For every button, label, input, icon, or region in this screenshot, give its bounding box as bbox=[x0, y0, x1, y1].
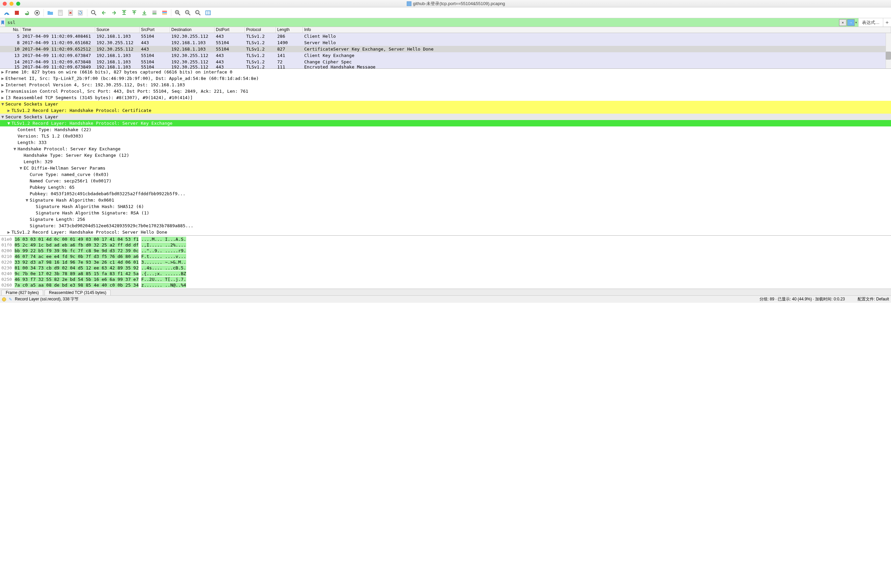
packet-row[interactable]: 52017-04-09 11:02:09.408461192.168.1.103… bbox=[0, 33, 891, 39]
capture-options-button[interactable] bbox=[32, 8, 42, 17]
dropdown-icon[interactable]: ▾ bbox=[855, 21, 857, 24]
titlebar: github-未登录(tcp.port==55104&55109).pcapng bbox=[0, 0, 891, 8]
tree-content-type[interactable]: Content Type: Handshake (22) bbox=[18, 127, 92, 132]
stop-capture-button[interactable] bbox=[12, 8, 22, 17]
svg-line-24 bbox=[189, 14, 190, 15]
tree-tcp[interactable]: Transmission Control Protocol, Src Port:… bbox=[5, 88, 248, 94]
go-back-button[interactable] bbox=[99, 8, 109, 17]
packet-row[interactable]: 142017-04-09 11:02:09.673848192.168.1.10… bbox=[0, 58, 891, 65]
hex-row[interactable]: 01f0 05 2c 49 1c bd ad eb a6 fb d0 32 25… bbox=[2, 242, 890, 248]
svg-text:1: 1 bbox=[196, 11, 198, 14]
tree-reasm[interactable]: [3 Reassembled TCP Segments (3145 bytes)… bbox=[5, 95, 193, 100]
tree-record-cert[interactable]: TLSv1.2 Record Layer: Handshake Protocol… bbox=[12, 108, 152, 113]
close-file-button[interactable] bbox=[66, 8, 75, 17]
svg-rect-16 bbox=[162, 11, 167, 12]
expression-button[interactable]: 表达式… bbox=[858, 18, 883, 27]
edit-icon[interactable]: ✎ bbox=[9, 297, 12, 302]
auto-scroll-button[interactable] bbox=[150, 8, 159, 17]
tree-eth[interactable]: Ethernet II, Src: Tp-LinkT_2b:9f:00 (bc:… bbox=[5, 76, 259, 81]
hex-row[interactable]: 0240 9c 7b 0e 17 02 3b 78 89 a8 85 15 fa… bbox=[2, 271, 890, 276]
status-profile[interactable]: 配置文件: Default bbox=[858, 296, 889, 302]
packet-row[interactable]: 102017-04-09 11:02:09.652512192.30.255.1… bbox=[0, 46, 891, 52]
add-filter-button[interactable]: + bbox=[883, 18, 891, 27]
hex-row[interactable]: 0260 7a c0 a5 aa 08 de bd e3 98 85 4e 40… bbox=[2, 282, 890, 288]
tab-reassembled[interactable]: Reassembled TCP (3145 bytes) bbox=[45, 290, 111, 296]
reload-file-button[interactable] bbox=[76, 8, 86, 17]
col-dstport[interactable]: DstPort bbox=[214, 27, 245, 33]
svg-rect-5 bbox=[59, 12, 62, 12]
tree-ecdh[interactable]: EC Diffie-Hellman Server Params bbox=[24, 165, 105, 171]
resize-columns-button[interactable] bbox=[203, 8, 213, 17]
apply-filter-button[interactable]: → bbox=[847, 19, 855, 26]
tree-curve-type[interactable]: Curve Type: named_curve (0x03) bbox=[30, 172, 109, 177]
svg-rect-29 bbox=[206, 11, 210, 15]
tree-hs-proto[interactable]: Handshake Protocol: Server Key Exchange bbox=[18, 146, 120, 152]
tree-ip[interactable]: Internet Protocol Version 4, Src: 192.30… bbox=[5, 82, 185, 87]
tree-sig-len[interactable]: Signature Length: 256 bbox=[30, 217, 85, 222]
jump-to-packet-button[interactable] bbox=[119, 8, 129, 17]
hex-row[interactable]: 0200 bb 99 22 b5 f9 39 9b fc 7f c8 9e 9d… bbox=[2, 248, 890, 254]
col-dst[interactable]: Destination bbox=[170, 27, 214, 33]
col-no[interactable]: No. bbox=[0, 27, 21, 33]
col-srcport[interactable]: SrcPort bbox=[140, 27, 170, 33]
hex-row[interactable]: 0230 01 00 34 73 cb d9 02 04 d5 12 ee 63… bbox=[2, 265, 890, 271]
col-src[interactable]: Source bbox=[95, 27, 140, 33]
hex-row[interactable]: 0210 46 07 74 ac ee e4 fd 9c 0b 7f d3 f5… bbox=[2, 254, 890, 259]
save-file-button[interactable] bbox=[56, 8, 65, 17]
tree-record-ske[interactable]: TLSv1.2 Record Layer: Handshake Protocol… bbox=[12, 121, 172, 126]
zoom-in-button[interactable] bbox=[173, 8, 183, 17]
display-filter-input[interactable] bbox=[5, 18, 838, 27]
hex-row[interactable]: 0250 46 93 f7 32 55 82 2e bd 54 5b 16 e6… bbox=[2, 276, 890, 282]
hex-row[interactable]: 01e0 16 03 03 01 4d 0c 00 01 49 03 00 17… bbox=[2, 236, 890, 242]
packet-list[interactable]: 52017-04-09 11:02:09.408461192.168.1.103… bbox=[0, 33, 891, 69]
svg-point-8 bbox=[92, 10, 95, 14]
svg-line-27 bbox=[199, 14, 200, 15]
tree-named-curve[interactable]: Named Curve: secp256r1 (0x0017) bbox=[30, 178, 112, 183]
tree-hs-type[interactable]: Handshake Type: Server Key Exchange (12) bbox=[24, 153, 129, 158]
status-field: Record Layer (ssl.record), 338 字节 bbox=[15, 296, 79, 302]
bookmark-icon[interactable] bbox=[0, 18, 5, 27]
close-window-button[interactable] bbox=[3, 2, 7, 6]
tree-version[interactable]: Version: TLS 1.2 (0x0303) bbox=[18, 134, 84, 139]
restart-capture-button[interactable] bbox=[22, 8, 32, 17]
packet-row[interactable]: 132017-04-09 11:02:09.673847192.168.1.10… bbox=[0, 52, 891, 58]
expert-info-icon[interactable] bbox=[2, 297, 6, 302]
hex-row[interactable]: 0220 33 92 d3 a7 98 16 1d 96 7e 93 3e 26… bbox=[2, 259, 890, 265]
tree-hs-len[interactable]: Length: 329 bbox=[24, 159, 52, 164]
svg-rect-0 bbox=[15, 11, 19, 15]
packet-row[interactable]: 82017-04-09 11:02:09.651682192.30.255.11… bbox=[0, 39, 891, 46]
go-forward-button[interactable] bbox=[109, 8, 119, 17]
col-len[interactable]: Length bbox=[276, 27, 303, 33]
tree-length[interactable]: Length: 333 bbox=[18, 140, 46, 145]
tree-signature[interactable]: Signature: 3473cbd90204d512ee63428935929… bbox=[30, 223, 193, 228]
colorize-button[interactable] bbox=[160, 8, 169, 17]
open-file-button[interactable] bbox=[45, 8, 55, 17]
clear-filter-button[interactable]: × bbox=[839, 19, 846, 26]
tree-sig-hash[interactable]: Signature Hash Algorithm Hash: SHA512 (6… bbox=[36, 204, 144, 209]
tree-frame[interactable]: Frame 10: 827 bytes on wire (6616 bits),… bbox=[5, 69, 232, 75]
find-packet-button[interactable] bbox=[89, 8, 99, 17]
shark-fin-icon[interactable] bbox=[2, 8, 12, 17]
packet-details-tree[interactable]: ▶Frame 10: 827 bytes on wire (6616 bits)… bbox=[0, 69, 891, 236]
packet-row[interactable]: 152017-04-09 11:02:09.673849192.168.1.10… bbox=[0, 65, 891, 69]
tree-record-done[interactable]: TLSv1.2 Record Layer: Handshake Protocol… bbox=[12, 230, 167, 235]
col-proto[interactable]: Protocol bbox=[245, 27, 276, 33]
zoom-reset-button[interactable]: 1 bbox=[193, 8, 202, 17]
minimize-window-button[interactable] bbox=[9, 2, 14, 6]
go-first-packet-button[interactable] bbox=[129, 8, 139, 17]
go-last-packet-button[interactable] bbox=[140, 8, 149, 17]
tree-sig-sig[interactable]: Signature Hash Algorithm Signature: RSA … bbox=[36, 210, 149, 216]
col-time[interactable]: Time bbox=[21, 27, 95, 33]
zoom-window-button[interactable] bbox=[16, 2, 20, 6]
tree-pubkey[interactable]: Pubkey: 0453f1052c491cbdadeba6fbd03225a2… bbox=[30, 191, 186, 196]
svg-point-2 bbox=[36, 12, 38, 14]
packet-list-scrollbar[interactable] bbox=[886, 33, 891, 69]
tree-ssl1[interactable]: Secure Sockets Layer bbox=[5, 102, 58, 106]
tree-sig-alg[interactable]: Signature Hash Algorithm: 0x0601 bbox=[30, 198, 114, 202]
zoom-out-button[interactable] bbox=[183, 8, 193, 17]
packet-bytes-pane[interactable]: 01e0 16 03 03 01 4d 0c 00 01 49 03 00 17… bbox=[0, 236, 891, 289]
tab-frame[interactable]: Frame (827 bytes) bbox=[2, 290, 43, 296]
tree-ssl2[interactable]: Secure Sockets Layer bbox=[5, 114, 58, 119]
col-info[interactable]: Info bbox=[303, 27, 891, 33]
tree-pubkey-len[interactable]: Pubkey Length: 65 bbox=[30, 185, 75, 190]
